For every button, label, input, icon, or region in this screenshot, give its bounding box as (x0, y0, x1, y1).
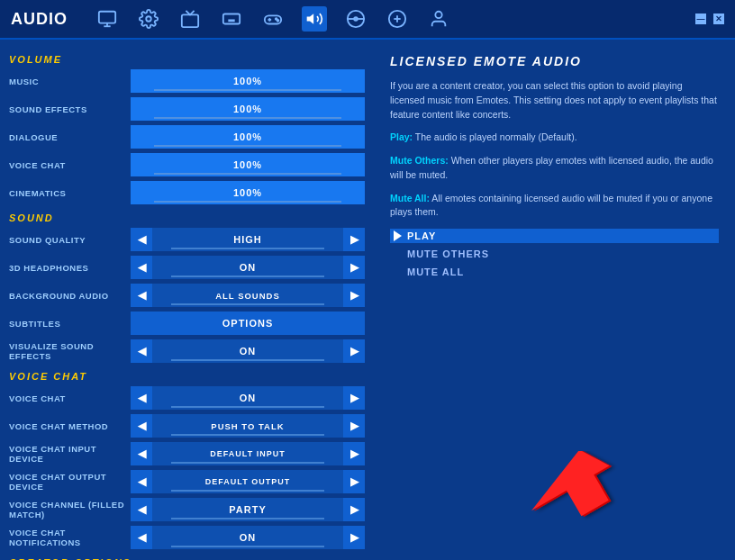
voice-chat-input-row: VOICE CHAT INPUT DEVICE ◀ DEFAULT INPUT … (9, 441, 365, 466)
right-panel: LICENSED EMOTE AUDIO If you are a conten… (374, 40, 735, 560)
voice-chat-method-row: VOICE CHAT METHOD ◀ PUSH TO TALK ▶ (9, 413, 365, 438)
voice-chat-value: ON (152, 386, 343, 410)
visualize-label: VISUALIZE SOUND EFFECTS (9, 341, 131, 361)
voice-chat-volume-label: VOICE CHAT (9, 160, 131, 170)
voice-chat-right[interactable]: ▶ (343, 386, 365, 410)
sound-quality-arrow[interactable]: ◀ HIGH ▶ (131, 228, 365, 251)
voice-chat-notif-arrow[interactable]: ◀ ON ▶ (131, 526, 365, 549)
voice-channel-value: PARTY (152, 498, 343, 521)
voice-chat-output-arrow[interactable]: ◀ DEFAULT OUTPUT ▶ (131, 470, 365, 493)
network-icon[interactable] (343, 6, 368, 32)
sound-quality-control: ◀ HIGH ▶ (131, 228, 365, 251)
voice-chat-output-label: VOICE CHAT OUTPUT DEVICE (9, 472, 131, 492)
cinematics-row: CINEMATICS 100% (9, 180, 365, 205)
visualize-arrow[interactable]: ◀ ON ▶ (131, 339, 365, 363)
voice-chat-notif-right[interactable]: ▶ (343, 526, 365, 549)
gamepad-icon[interactable] (385, 6, 410, 32)
voice-chat-output-right[interactable]: ▶ (343, 470, 365, 493)
window-controls: — ✕ (695, 14, 724, 24)
headphones-right[interactable]: ▶ (343, 256, 365, 279)
svg-point-15 (277, 20, 279, 22)
visualize-right[interactable]: ▶ (343, 339, 365, 363)
voice-chat-input-right[interactable]: ▶ (343, 442, 365, 465)
voice-chat-label: VOICE CHAT (9, 393, 131, 403)
dialogue-bar[interactable]: 100% (131, 125, 365, 149)
voice-chat-method-label: VOICE CHAT METHOD (9, 421, 131, 431)
music-bar[interactable]: 100% (131, 69, 365, 93)
right-panel-desc1: If you are a content creator, you can se… (390, 79, 719, 122)
sound-effects-bar[interactable]: 100% (131, 97, 365, 121)
music-control[interactable]: 100% (131, 69, 365, 93)
voice-chat-left[interactable]: ◀ (131, 386, 152, 410)
background-audio-right[interactable]: ▶ (343, 284, 365, 307)
account-icon[interactable] (426, 6, 451, 32)
headphones-control: ◀ ON ▶ (131, 256, 365, 279)
background-audio-label: BACKGROUND AUDIO (9, 291, 131, 301)
settings-icon[interactable] (136, 6, 161, 32)
headphones-left[interactable]: ◀ (131, 256, 152, 279)
sound-quality-right[interactable]: ▶ (343, 228, 365, 251)
option-mute-others-label: MUTE OTHERS (407, 248, 489, 259)
voice-chat-output-row: VOICE CHAT OUTPUT DEVICE ◀ DEFAULT OUTPU… (9, 469, 365, 494)
display-icon[interactable] (95, 6, 120, 32)
headphones-arrow[interactable]: ◀ ON ▶ (131, 256, 365, 279)
music-row: MUSIC 100% (9, 68, 365, 94)
red-arrow-container (528, 451, 618, 531)
cinematics-bar[interactable]: 100% (131, 181, 365, 204)
sound-effects-row: SOUND EFFECTS 100% (9, 96, 365, 122)
dialogue-control[interactable]: 100% (131, 125, 365, 149)
mute-highlight: Mute Others: (390, 155, 449, 166)
headphones-row: 3D HEADPHONES ◀ ON ▶ (9, 255, 365, 280)
top-bar: Audio (0, 0, 735, 40)
audio-icon[interactable] (302, 6, 327, 32)
voice-chat-notif-control: ◀ ON ▶ (131, 526, 365, 549)
voice-chat-method-left[interactable]: ◀ (131, 414, 152, 438)
sound-effects-value: 100% (233, 104, 262, 114)
svg-marker-16 (307, 14, 314, 24)
controller-icon[interactable] (260, 6, 286, 32)
voice-channel-row: VOICE CHANNEL (FILLED MATCH) ◀ PARTY ▶ (9, 497, 365, 522)
option-play[interactable]: PLAY (390, 229, 719, 243)
option-mute-others[interactable]: MUTE OTHERS (390, 247, 719, 261)
background-audio-arrow[interactable]: ◀ ALL SOUNDS ▶ (131, 284, 365, 307)
right-panel-mute-all-desc: Mute All: All emotes containing licensed… (390, 192, 719, 221)
keyboard-icon[interactable] (219, 6, 244, 32)
sound-section-header: SOUND (9, 212, 365, 223)
visualize-value: ON (152, 339, 343, 363)
dialogue-label: DIALOGUE (9, 132, 131, 142)
voice-chat-method-right[interactable]: ▶ (343, 414, 365, 438)
sound-quality-left[interactable]: ◀ (131, 228, 152, 251)
background-audio-left[interactable]: ◀ (131, 284, 152, 307)
voice-chat-notif-left[interactable]: ◀ (131, 526, 152, 549)
music-value: 100% (233, 76, 262, 86)
voice-channel-arrow[interactable]: ◀ PARTY ▶ (131, 498, 365, 521)
option-play-label: PLAY (407, 230, 436, 241)
voice-chat-arrow[interactable]: ◀ ON ▶ (131, 386, 365, 410)
subtitles-row: SUBTITLES OPTIONS (9, 311, 365, 336)
voice-chat-input-arrow[interactable]: ◀ DEFAULT INPUT ▶ (131, 442, 365, 465)
voice-chat-output-left[interactable]: ◀ (131, 470, 152, 493)
option-mute-all[interactable]: MUTE ALL (390, 265, 719, 279)
right-panel-title: LICENSED EMOTE AUDIO (390, 54, 719, 68)
voice-channel-right[interactable]: ▶ (343, 498, 365, 521)
minimize-button[interactable]: — (695, 14, 706, 24)
voice-chat-volume-control[interactable]: 100% (131, 153, 365, 176)
visualize-left[interactable]: ◀ (131, 339, 152, 363)
voice-chat-notif-value: ON (152, 526, 343, 549)
subtitles-options-button[interactable]: OPTIONS (131, 312, 365, 335)
voice-chat-bar[interactable]: 100% (131, 153, 365, 176)
game-display-icon[interactable] (177, 6, 203, 32)
voice-chat-input-control: ◀ DEFAULT INPUT ▶ (131, 442, 365, 465)
voice-chat-input-left[interactable]: ◀ (131, 442, 152, 465)
voice-chat-method-control: ◀ PUSH TO TALK ▶ (131, 414, 365, 438)
voice-channel-left[interactable]: ◀ (131, 498, 152, 521)
voice-chat-input-value: DEFAULT INPUT (152, 442, 343, 465)
voice-chat-method-arrow[interactable]: ◀ PUSH TO TALK ▶ (131, 414, 365, 438)
cinematics-label: CINEMATICS (9, 188, 131, 198)
cinematics-control[interactable]: 100% (131, 181, 365, 204)
sound-effects-control[interactable]: 100% (131, 97, 365, 121)
voice-chat-control: ◀ ON ▶ (131, 386, 365, 410)
voice-chat-volume-value: 100% (233, 159, 262, 170)
visualize-row: VISUALIZE SOUND EFFECTS ◀ ON ▶ (9, 339, 365, 364)
close-button[interactable]: ✕ (713, 14, 724, 24)
